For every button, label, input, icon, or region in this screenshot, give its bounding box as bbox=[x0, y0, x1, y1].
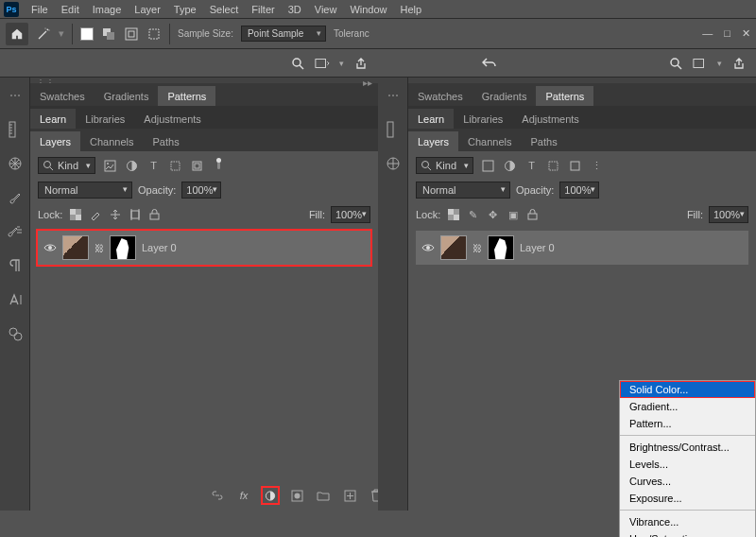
fill-input[interactable]: 100% bbox=[331, 206, 370, 223]
lock-all-icon[interactable] bbox=[147, 208, 162, 222]
arrange-icon[interactable] bbox=[315, 56, 330, 71]
menuitem-exposure[interactable]: Exposure... bbox=[620, 490, 755, 507]
menu-type[interactable]: Type bbox=[167, 4, 203, 15]
dropdown-arrow-icon[interactable]: ▾ bbox=[717, 59, 722, 68]
opacity-input[interactable]: 100% bbox=[181, 182, 221, 199]
wheel-panel-icon[interactable] bbox=[378, 149, 407, 178]
layer-name[interactable]: Layer 0 bbox=[142, 242, 177, 253]
paragraph-panel-icon[interactable] bbox=[0, 251, 29, 280]
tab-layers[interactable]: Layers bbox=[408, 131, 458, 151]
group-icon[interactable] bbox=[316, 488, 331, 503]
mask-icon[interactable] bbox=[289, 488, 304, 503]
menu-edit[interactable]: Edit bbox=[55, 4, 86, 15]
tab-patterns[interactable]: Patterns bbox=[158, 86, 215, 106]
tab-swatches[interactable]: Swatches bbox=[30, 86, 94, 106]
visibility-toggle-icon[interactable] bbox=[43, 243, 57, 252]
collapse-handle-icon[interactable]: ⋮⋮ bbox=[36, 78, 55, 83]
sample-all-icon[interactable] bbox=[124, 26, 139, 42]
tab-swatches[interactable]: Swatches bbox=[408, 86, 472, 106]
lock-pos-icon[interactable]: ✥ bbox=[486, 208, 500, 222]
ruler-panel-icon[interactable] bbox=[378, 115, 407, 144]
search-icon[interactable] bbox=[290, 56, 305, 71]
layer-thumbnail[interactable] bbox=[440, 235, 467, 260]
menu-window[interactable]: Window bbox=[343, 4, 393, 15]
menu-file[interactable]: File bbox=[25, 4, 55, 15]
lock-trans-icon[interactable] bbox=[446, 208, 460, 222]
tab-channels[interactable]: Channels bbox=[458, 131, 521, 151]
filter-smart-icon[interactable] bbox=[190, 159, 204, 173]
visibility-toggle-icon[interactable] bbox=[421, 243, 435, 252]
filter-smart-icon[interactable] bbox=[568, 159, 582, 173]
layer-row[interactable]: ⛓ Layer 0 bbox=[416, 231, 748, 265]
collapse-handle-icon[interactable] bbox=[0, 81, 29, 110]
filter-adjust-icon[interactable] bbox=[125, 159, 139, 173]
layer-thumbnail[interactable] bbox=[62, 235, 89, 260]
layer-row[interactable]: ⛓ Layer 0 bbox=[38, 231, 370, 265]
sample-size-select[interactable]: Point Sample bbox=[241, 26, 326, 42]
share-icon[interactable] bbox=[353, 56, 369, 71]
link-layers-icon[interactable] bbox=[210, 488, 225, 503]
window-close-button[interactable]: ✕ bbox=[742, 27, 750, 40]
lock-image-icon[interactable]: ✎ bbox=[466, 208, 480, 222]
tab-paths[interactable]: Paths bbox=[144, 131, 189, 151]
layers-mode-icon[interactable] bbox=[101, 26, 116, 42]
character-panel-icon[interactable] bbox=[0, 286, 29, 314]
tab-learn[interactable]: Learn bbox=[30, 109, 76, 129]
menu-image[interactable]: Image bbox=[86, 4, 129, 15]
adjustment-layer-icon[interactable] bbox=[263, 488, 278, 503]
dropdown-arrow-icon[interactable]: ▾ bbox=[339, 59, 344, 68]
tab-gradients[interactable]: Gradients bbox=[94, 86, 159, 106]
menu-layer[interactable]: Layer bbox=[128, 4, 167, 15]
menu-help[interactable]: Help bbox=[394, 4, 429, 15]
tab-patterns[interactable]: Patterns bbox=[536, 86, 593, 106]
menuitem-brightness-contrast[interactable]: Brightness/Contrast... bbox=[620, 439, 755, 456]
wand-tool-icon[interactable] bbox=[36, 26, 51, 42]
filter-toggle-icon[interactable] bbox=[212, 159, 226, 173]
brush-settings-icon[interactable] bbox=[0, 217, 29, 246]
new-layer-icon[interactable] bbox=[342, 488, 357, 503]
menuitem-hue-saturation[interactable]: Hue/Saturation... bbox=[620, 530, 755, 537]
tab-libraries[interactable]: Libraries bbox=[76, 109, 134, 129]
lock-artboard-icon[interactable]: ▣ bbox=[506, 208, 520, 222]
lock-image-icon[interactable] bbox=[88, 208, 102, 222]
tab-paths[interactable]: Paths bbox=[522, 131, 567, 151]
menuitem-pattern[interactable]: Pattern... bbox=[620, 415, 755, 432]
tab-libraries[interactable]: Libraries bbox=[454, 109, 512, 129]
fill-input[interactable]: 100% bbox=[709, 206, 748, 223]
tab-adjustments[interactable]: Adjustments bbox=[512, 109, 589, 129]
wheel-panel-icon[interactable] bbox=[0, 149, 29, 178]
search-icon[interactable] bbox=[668, 56, 683, 71]
share-icon[interactable] bbox=[731, 56, 747, 71]
blend-mode-select[interactable]: Normal bbox=[416, 182, 510, 199]
menuitem-solid-color[interactable]: Solid Color... bbox=[620, 381, 755, 398]
menu-view[interactable]: View bbox=[308, 4, 344, 15]
window-restore-button[interactable]: □ bbox=[724, 27, 730, 40]
menuitem-levels[interactable]: Levels... bbox=[620, 456, 755, 473]
sample-mode-icon[interactable] bbox=[146, 26, 162, 42]
tab-adjustments[interactable]: Adjustments bbox=[134, 109, 211, 129]
tab-gradients[interactable]: Gradients bbox=[472, 86, 537, 106]
collapse-handle-icon[interactable]: ▸▸ bbox=[363, 78, 372, 83]
tab-channels[interactable]: Channels bbox=[80, 131, 143, 151]
menuitem-curves[interactable]: Curves... bbox=[620, 473, 755, 490]
menu-filter[interactable]: Filter bbox=[245, 4, 281, 15]
filter-type-icon[interactable]: T bbox=[524, 159, 539, 173]
filter-type-icon[interactable]: T bbox=[146, 159, 161, 173]
lock-all-icon[interactable] bbox=[525, 208, 540, 222]
menu-3d[interactable]: 3D bbox=[282, 4, 308, 15]
filter-adjust-icon[interactable] bbox=[503, 159, 517, 173]
arrange-icon[interactable] bbox=[693, 56, 708, 71]
lock-trans-icon[interactable] bbox=[68, 208, 82, 222]
home-button[interactable] bbox=[6, 23, 28, 45]
dropdown-arrow-icon[interactable]: ▾ bbox=[59, 27, 64, 40]
filter-kind-select[interactable]: Kind bbox=[416, 157, 473, 174]
brush-panel-icon[interactable] bbox=[0, 183, 29, 212]
lock-artboard-icon[interactable] bbox=[128, 208, 142, 222]
mask-link-icon[interactable]: ⛓ bbox=[94, 241, 104, 254]
lock-pos-icon[interactable] bbox=[108, 208, 122, 222]
ruler-panel-icon[interactable] bbox=[0, 115, 29, 144]
mask-link-icon[interactable]: ⛓ bbox=[472, 241, 482, 254]
filter-shape-icon[interactable] bbox=[546, 159, 560, 173]
layer-mask-thumbnail[interactable] bbox=[488, 235, 514, 260]
menu-select[interactable]: Select bbox=[203, 4, 246, 15]
